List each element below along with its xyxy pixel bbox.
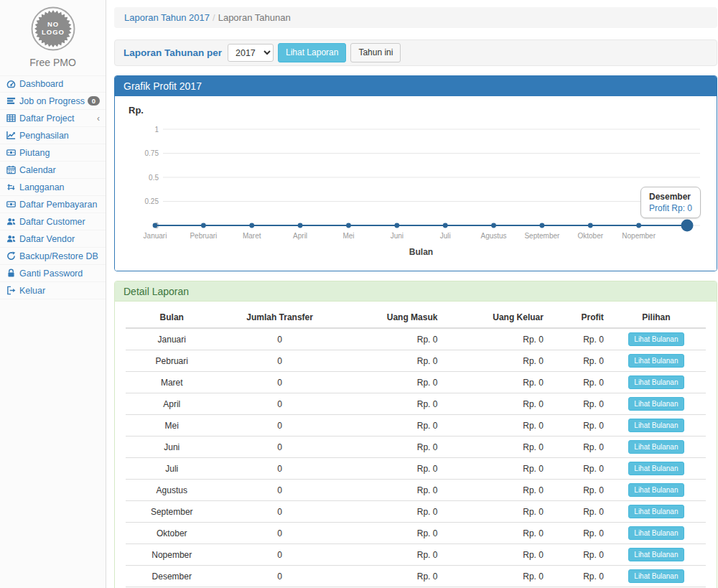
cell-profit: Rp. 0 bbox=[546, 393, 607, 415]
cell-profit: Rp. 0 bbox=[546, 480, 607, 501]
sidebar-item-label: Calendar bbox=[19, 165, 56, 175]
cell-uang_keluar: Rp. 0 bbox=[440, 415, 546, 437]
cell-profit: Rp. 0 bbox=[546, 350, 607, 372]
cell-bulan: Maret bbox=[126, 372, 218, 393]
lihat-bulanan-button[interactable]: Lihat Bulanan bbox=[628, 440, 684, 454]
cell-uang_keluar: Rp. 0 bbox=[440, 328, 546, 350]
cell-uang_keluar: Rp. 0 bbox=[440, 544, 546, 566]
cell-bulan: September bbox=[126, 501, 218, 523]
money-icon bbox=[5, 148, 17, 157]
lihat-bulanan-button[interactable]: Lihat Bulanan bbox=[628, 526, 684, 540]
sidebar-item-piutang[interactable]: Piutang bbox=[0, 144, 106, 162]
breadcrumb-link-laporan-tahun[interactable]: Laporan Tahun 2017 bbox=[124, 12, 210, 23]
cell-jumlah_transfer: 0 bbox=[218, 544, 342, 566]
cell-jumlah_transfer: 0 bbox=[218, 350, 342, 372]
cell-profit: Rp. 0 bbox=[546, 415, 607, 437]
lihat-bulanan-button[interactable]: Lihat Bulanan bbox=[628, 375, 684, 389]
cell-bulan: Mei bbox=[126, 415, 218, 437]
cell-pilihan: Lihat Bulanan bbox=[607, 566, 706, 587]
sidebar-item-daftar-customer[interactable]: Daftar Customer bbox=[0, 213, 106, 230]
chart-tooltip-value: Profit Rp: 0 bbox=[649, 203, 692, 213]
sidebar-item-daftar-project[interactable]: Daftar Project‹ bbox=[0, 110, 106, 127]
cell-profit: Rp. 0 bbox=[546, 501, 607, 523]
cell-pilihan: Lihat Bulanan bbox=[607, 480, 706, 501]
cell-uang_masuk: Rp. 0 bbox=[342, 393, 441, 415]
cell-pilihan: Lihat Bulanan bbox=[607, 415, 706, 437]
cell-uang_masuk: Rp. 0 bbox=[342, 501, 441, 523]
cell-pilihan: Lihat Bulanan bbox=[607, 328, 706, 350]
sidebar-item-label: Dashboard bbox=[19, 79, 63, 89]
column-header-uang-masuk: Uang Masuk bbox=[342, 307, 441, 328]
money-icon bbox=[5, 200, 17, 209]
breadcrumb-current: Laporan Tahunan bbox=[218, 12, 291, 23]
cell-profit: Rp. 0 bbox=[546, 372, 607, 393]
column-header-profit: Profit bbox=[546, 307, 607, 328]
table-row-agustus: Agustus0Rp. 0Rp. 0Rp. 0Lihat Bulanan bbox=[126, 480, 706, 501]
cell-profit: Rp. 0 bbox=[546, 328, 607, 350]
column-header-bulan: Bulan bbox=[126, 307, 218, 328]
retweet-icon bbox=[5, 182, 17, 192]
lihat-laporan-button[interactable]: Lihat Laporan bbox=[278, 43, 346, 62]
sidebar-item-langganan[interactable]: Langganan bbox=[0, 179, 106, 196]
lihat-bulanan-button[interactable]: Lihat Bulanan bbox=[628, 462, 684, 475]
svg-text:September: September bbox=[524, 232, 560, 240]
lihat-bulanan-button[interactable]: Lihat Bulanan bbox=[628, 569, 684, 583]
cell-uang_keluar: Rp. 0 bbox=[440, 458, 546, 480]
sidebar-item-label: Ganti Password bbox=[19, 269, 83, 279]
filter-label: Laporan Tahunan per bbox=[123, 47, 222, 58]
chart-tooltip-title: Desember bbox=[649, 192, 692, 202]
lihat-bulanan-button[interactable]: Lihat Bulanan bbox=[628, 397, 684, 411]
table-row-nopember: Nopember0Rp. 0Rp. 0Rp. 0Lihat Bulanan bbox=[126, 544, 706, 566]
table-icon bbox=[5, 113, 17, 123]
cell-bulan: April bbox=[126, 393, 218, 415]
lihat-bulanan-button[interactable]: Lihat Bulanan bbox=[628, 354, 684, 368]
lihat-bulanan-button[interactable]: Lihat Bulanan bbox=[628, 483, 684, 497]
sidebar-item-calendar[interactable]: Calendar bbox=[0, 162, 106, 179]
sidebar-item-dashboard[interactable]: Dashboard bbox=[0, 75, 106, 93]
sidebar-item-label: Langganan bbox=[19, 182, 65, 192]
cell-uang_masuk: Rp. 0 bbox=[342, 458, 441, 480]
svg-text:Maret: Maret bbox=[243, 232, 261, 240]
lihat-bulanan-button[interactable]: Lihat Bulanan bbox=[628, 548, 684, 561]
cell-profit: Rp. 0 bbox=[546, 437, 607, 458]
cell-pilihan: Lihat Bulanan bbox=[607, 458, 706, 480]
cell-jumlah_transfer: 0 bbox=[218, 458, 342, 480]
sidebar-item-daftar-pembayaran[interactable]: Daftar Pembayaran bbox=[0, 196, 106, 213]
cell-pilihan: Lihat Bulanan bbox=[607, 523, 706, 544]
table-row-mei: Mei0Rp. 0Rp. 0Rp. 0Lihat Bulanan bbox=[126, 415, 706, 437]
svg-text:Mei: Mei bbox=[342, 232, 354, 240]
sidebar-item-label: Job on Progress bbox=[19, 96, 85, 106]
cell-profit: Rp. 0 bbox=[546, 566, 607, 587]
lihat-bulanan-button[interactable]: Lihat Bulanan bbox=[628, 332, 684, 346]
sidebar-item-keluar[interactable]: Keluar bbox=[0, 282, 106, 299]
cell-bulan: Januari bbox=[126, 328, 218, 350]
cell-uang_masuk: Rp. 0 bbox=[342, 350, 441, 372]
cell-bulan: Pebruari bbox=[126, 350, 218, 372]
count-badge: 0 bbox=[88, 96, 100, 106]
cell-uang_keluar: Rp. 0 bbox=[440, 480, 546, 501]
year-select[interactable]: 2017 bbox=[228, 44, 274, 62]
line-chart-icon bbox=[5, 131, 17, 140]
cell-uang_masuk: Rp. 0 bbox=[342, 372, 441, 393]
table-row-desember: Desember0Rp. 0Rp. 0Rp. 0Lihat Bulanan bbox=[126, 566, 706, 587]
lihat-bulanan-button[interactable]: Lihat Bulanan bbox=[628, 419, 684, 432]
svg-text:0.5: 0.5 bbox=[149, 174, 159, 182]
cell-jumlah_transfer: 0 bbox=[218, 437, 342, 458]
sidebar-item-ganti-password[interactable]: Ganti Password bbox=[0, 265, 106, 282]
cell-pilihan: Lihat Bulanan bbox=[607, 544, 706, 566]
tahun-ini-button[interactable]: Tahun ini bbox=[350, 43, 401, 62]
sidebar-item-daftar-vendor[interactable]: Daftar Vendor bbox=[0, 230, 106, 248]
column-header-pilihan: Pilihan bbox=[607, 307, 706, 328]
cell-profit: Rp. 0 bbox=[546, 544, 607, 566]
calendar-icon bbox=[5, 165, 17, 174]
sidebar-item-penghasilan[interactable]: Penghasilan bbox=[0, 127, 106, 144]
svg-text:Oktober: Oktober bbox=[577, 232, 603, 240]
cell-profit: Rp. 0 bbox=[546, 523, 607, 544]
sidebar-item-job-on-progress[interactable]: Job on Progress0 bbox=[0, 93, 106, 110]
profit-line-chart[interactable]: Rp.00.250.50.751JanuariPebruariMaretApri… bbox=[126, 102, 706, 263]
sidebar-item-backup-restore-db[interactable]: Backup/Restore DB bbox=[0, 248, 106, 265]
lihat-bulanan-button[interactable]: Lihat Bulanan bbox=[628, 505, 684, 518]
svg-text:Juli: Juli bbox=[440, 232, 451, 240]
cell-pilihan: Lihat Bulanan bbox=[607, 501, 706, 523]
cell-pilihan: Lihat Bulanan bbox=[607, 393, 706, 415]
